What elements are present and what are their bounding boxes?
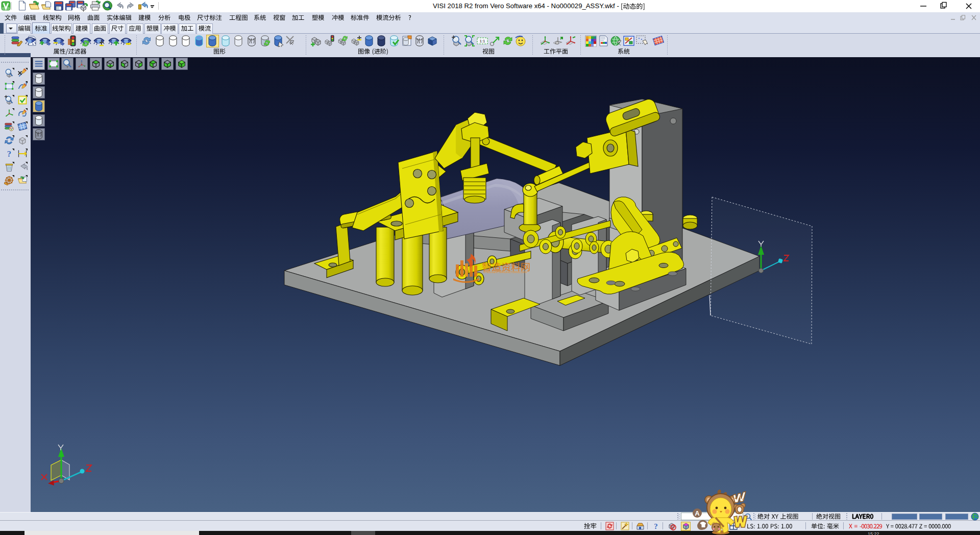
svg-text:?: ? <box>654 522 658 530</box>
svg-text:A: A <box>695 509 700 517</box>
svg-text:?: ? <box>7 149 11 159</box>
svg-text:1:1: 1:1 <box>479 39 485 43</box>
